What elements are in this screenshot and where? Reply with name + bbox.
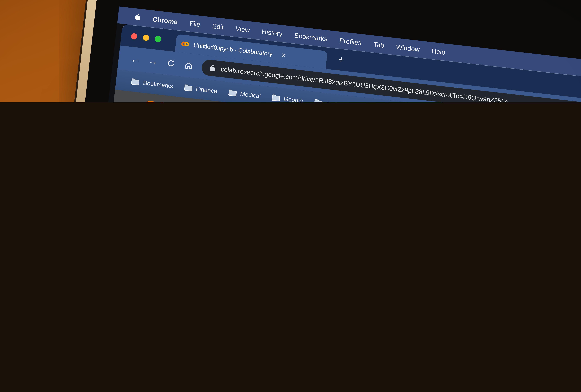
menubar-item-help[interactable]: Help [431,47,446,56]
menubar-item-chrome[interactable]: Chrome [152,15,178,25]
forward-icon[interactable]: → [144,55,163,68]
apple-icon[interactable] [134,13,141,21]
colab-favicon [181,41,190,47]
menubar-item-edit[interactable]: Edit [212,22,224,31]
window-controls [130,33,162,42]
back-icon[interactable]: ← [126,53,145,66]
photo-of-laptop-screen: Chrome File Edit View History Bookmarks … [0,0,581,102]
bookmark-finance[interactable]: Finance [184,84,218,94]
minimize-window-button[interactable] [142,34,150,41]
bookmark-medical[interactable]: Medical [228,89,261,99]
laptop-screen: Chrome File Edit View History Bookmarks … [31,0,581,102]
bookmark-label: Medical [240,90,261,99]
bookmark-label: Archive [326,100,346,102]
menubar-item-bookmarks[interactable]: Bookmarks [294,31,328,42]
tab-close-icon[interactable]: ✕ [281,51,286,59]
folder-icon [314,99,323,102]
tab-title: Untitled0.ipynb - Colaboratory [193,41,273,57]
laptop-lid-edge [20,0,107,102]
menubar-item-file[interactable]: File [189,19,201,28]
folder-icon [228,89,237,96]
new-tab-button[interactable]: + [338,54,344,66]
folder-icon [184,84,193,91]
close-window-button[interactable] [130,33,138,40]
bookmark-label: Finance [196,85,218,94]
screen-content: Chrome File Edit View History Bookmarks … [55,6,581,102]
folder-icon [272,94,280,101]
menubar-item-tab[interactable]: Tab [373,40,384,49]
bookmark-bookmarks[interactable]: Bookmarks [131,78,173,89]
bookmark-label: Bookmarks [143,79,173,89]
menubar-item-window[interactable]: Window [396,43,420,53]
home-icon[interactable] [179,60,198,71]
bookmark-archive[interactable]: Archive [314,99,346,102]
colab-logo[interactable] [142,99,171,102]
bookmark-label: Google [283,95,303,102]
reload-icon[interactable] [162,58,180,69]
lock-icon[interactable] [210,64,216,72]
folder-icon [131,78,140,85]
menubar-item-view[interactable]: View [235,24,250,34]
wall-background: Chrome File Edit View History Bookmarks … [0,0,581,102]
zoom-window-button[interactable] [154,36,162,42]
menubar-item-history[interactable]: History [261,27,283,37]
bookmark-google[interactable]: Google [272,94,304,102]
menubar-item-profiles[interactable]: Profiles [339,36,362,46]
